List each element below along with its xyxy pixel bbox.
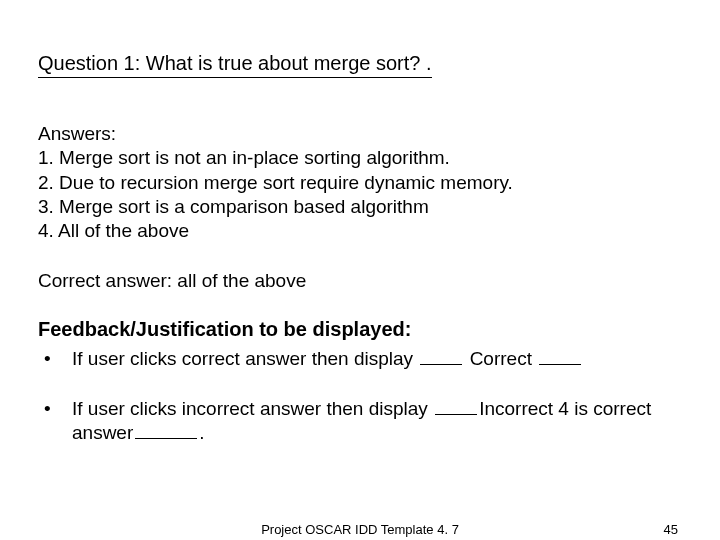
feedback-bullet-incorrect: • If user clicks incorrect answer then d… xyxy=(38,397,682,446)
answer-item: 1. Merge sort is not an in-place sorting… xyxy=(38,146,682,170)
bullet-icon: • xyxy=(38,397,72,446)
slide-content: Question 1: What is true about merge sor… xyxy=(0,0,720,540)
text-run: Correct xyxy=(464,348,537,369)
bullet-text: If user clicks incorrect answer then dis… xyxy=(72,397,682,446)
blank-line xyxy=(539,347,581,365)
text-run: . xyxy=(199,422,204,443)
text-run: If user clicks incorrect answer then dis… xyxy=(72,398,433,419)
blank-line xyxy=(435,397,477,415)
text-run: If user clicks correct answer then displ… xyxy=(72,348,418,369)
correct-answer: Correct answer: all of the above xyxy=(38,270,682,292)
answers-block: Answers: 1. Merge sort is not an in-plac… xyxy=(38,122,682,244)
question-text: Question 1: What is true about merge sor… xyxy=(38,52,432,78)
blank-line xyxy=(420,347,462,365)
feedback-heading: Feedback/Justification to be displayed: xyxy=(38,318,682,341)
answers-label: Answers: xyxy=(38,122,682,146)
footer-page-number: 45 xyxy=(664,522,678,537)
footer-template-name: Project OSCAR IDD Template 4. 7 xyxy=(261,522,459,537)
bullet-icon: • xyxy=(38,347,72,371)
answer-item: 4. All of the above xyxy=(38,219,682,243)
bullet-text: If user clicks correct answer then displ… xyxy=(72,347,682,371)
blank-line xyxy=(135,421,197,439)
answer-item: 2. Due to recursion merge sort require d… xyxy=(38,171,682,195)
feedback-bullet-correct: • If user clicks correct answer then dis… xyxy=(38,347,682,371)
answer-item: 3. Merge sort is a comparison based algo… xyxy=(38,195,682,219)
